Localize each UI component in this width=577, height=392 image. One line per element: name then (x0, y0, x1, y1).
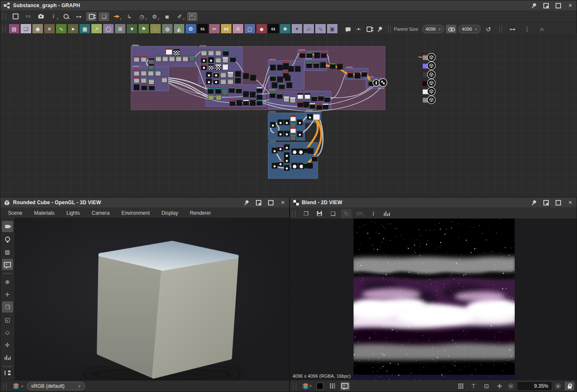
fit-scene-button[interactable]: ⊕ (2, 276, 13, 287)
pin-button[interactable] (243, 200, 249, 205)
fit-view-button[interactable] (11, 12, 21, 21)
maximize-button[interactable] (268, 200, 274, 205)
color-profile-select[interactable]: sRGB (default) ∨ (27, 382, 85, 390)
dock-button[interactable] (543, 3, 549, 8)
display-settings-button[interactable] (2, 259, 13, 270)
node-thumb-dot (203, 67, 205, 69)
connection-style-elbow-button[interactable]: ↳ (124, 12, 134, 21)
background-color-button[interactable] (315, 382, 324, 390)
frame-node-button[interactable] (364, 25, 374, 34)
connection-style-dot-button[interactable]: ∨ (112, 12, 122, 21)
render-stats-button[interactable] (2, 352, 13, 363)
close-button[interactable]: ✕ (567, 200, 573, 205)
menu-renderer[interactable]: Renderer (184, 208, 217, 218)
scene-tree-button[interactable] (2, 367, 13, 378)
node-thumb-dot (208, 81, 210, 83)
zoom-out-button[interactable]: − (508, 383, 514, 389)
menu-lights[interactable]: Lights (61, 208, 86, 218)
pin-button[interactable] (531, 200, 537, 205)
menu-display[interactable]: Display (156, 208, 184, 218)
pixel-ratio-button[interactable]: ⊤ (469, 382, 478, 390)
node-header (257, 100, 262, 101)
close-button[interactable]: ✕ (280, 200, 286, 205)
pan-view-button[interactable]: ✛ (495, 382, 504, 390)
toolbar-grip[interactable] (3, 26, 6, 32)
clean-button[interactable]: ✐∨ (175, 12, 185, 21)
node-header (288, 66, 294, 67)
parent-size-height-select[interactable]: 4096∨ (458, 25, 480, 33)
link-display-button[interactable]: ⊶ (74, 12, 84, 21)
search-button[interactable] (61, 12, 71, 21)
fit-view-button[interactable]: ⊡ (482, 382, 491, 390)
maximize-button[interactable] (555, 3, 561, 8)
tools-button[interactable]: ⚙∨ (149, 12, 160, 21)
parent-size-width-select[interactable]: 4096∨ (422, 25, 444, 33)
comment-button[interactable] (343, 25, 353, 34)
geometry-vertices-button[interactable]: ◱ (2, 314, 13, 325)
menu-scene[interactable]: Scene (2, 208, 28, 218)
zoom-lock-button[interactable] (565, 382, 574, 390)
color-layers-icon[interactable] (12, 383, 20, 389)
toolbar-grip[interactable] (3, 383, 7, 389)
compute-time-button[interactable]: ◷∨ (137, 12, 147, 21)
geometry-cube-button[interactable]: ❒ (2, 301, 13, 312)
view2d-titlebar[interactable]: Blend - 2D VIEW ✕ (290, 197, 577, 208)
export-image-button[interactable]: ❐ (301, 209, 311, 218)
image-info-button[interactable]: i (368, 209, 378, 218)
menu-materials[interactable]: Materials (28, 208, 61, 218)
pin-button[interactable] (531, 3, 537, 8)
histogram-button[interactable] (382, 209, 392, 218)
zoom-level-input[interactable] (518, 382, 551, 390)
menu-environment[interactable]: Environment (115, 208, 155, 218)
pin-item-button[interactable] (375, 25, 385, 34)
color-channels-button[interactable]: ∨ (302, 383, 312, 389)
toolbar-grip[interactable] (292, 210, 295, 217)
node-display-button[interactable] (86, 12, 96, 21)
align-nodes-button[interactable]: ⋮ (522, 25, 532, 34)
dock-button[interactable] (255, 200, 261, 205)
toolbar-grip[interactable] (3, 13, 6, 20)
zoom-in-button[interactable]: + (555, 383, 561, 389)
info-button[interactable]: i∨ (48, 12, 58, 21)
highlighted-wire[interactable] (419, 57, 422, 57)
copy-image-button[interactable]: ❏ (328, 209, 338, 218)
node-graph (0, 33, 577, 197)
view3d-bottombar: ∨ sRGB (default) ∨ (0, 380, 289, 392)
node-thumb-dot (286, 147, 288, 149)
tiling-mode-button[interactable] (328, 382, 337, 390)
transform-gizmo-button[interactable]: ✛ (2, 289, 13, 300)
save-image-button[interactable] (314, 209, 324, 218)
lights-button[interactable] (2, 234, 13, 245)
pin-icon (242, 198, 250, 207)
toolbar-grip[interactable] (293, 383, 296, 389)
view3d-titlebar[interactable]: Rounded Cube - OpenGL - 3D VIEW ✕ (0, 197, 289, 208)
geometry-plane-button[interactable]: ◇ (2, 327, 13, 338)
close-button[interactable]: ✕ (567, 3, 573, 8)
layer-display-button[interactable]: ❏ (99, 12, 109, 21)
hist-icon (384, 211, 390, 216)
view2d-viewport[interactable]: 4096 x 4096 (RGBA, 16bpc) (290, 219, 577, 381)
camera-view-button[interactable] (2, 221, 13, 232)
frame-label (305, 58, 312, 59)
view2d-bottom-right-tools: ⊤⊡✛ − + (456, 382, 574, 390)
graph-titlebar[interactable]: Substance_graph - GRAPH ✕ (0, 0, 577, 11)
snap-grid-button[interactable] (187, 12, 197, 21)
grid-toggle-button[interactable] (456, 382, 465, 390)
reset-size-button[interactable]: ↺ (484, 25, 494, 34)
turntable-button[interactable]: ✢ (2, 339, 13, 350)
view3d-viewport[interactable]: ▨⊕✛❒◱◇✢ (0, 218, 289, 381)
size-link-button[interactable] (446, 25, 456, 34)
display-filter-button[interactable] (340, 382, 350, 390)
maximize-button[interactable] (555, 200, 561, 205)
connect-plug-button[interactable]: ⊶ (508, 25, 518, 34)
screenshot-button[interactable] (36, 12, 46, 21)
magnet-snap-button[interactable]: ∩ (537, 25, 547, 34)
menu-camera[interactable]: Camera (86, 208, 116, 218)
zoom-actual-button[interactable]: 1:1 (23, 12, 33, 21)
dock-button[interactable] (543, 200, 549, 205)
thumbnails-button[interactable]: ◙ (162, 12, 172, 21)
dot-node-button[interactable]: -●- (354, 25, 364, 34)
graph-canvas[interactable] (0, 33, 577, 197)
hist-icon (5, 355, 11, 360)
environment-button[interactable]: ▨ (2, 246, 13, 257)
